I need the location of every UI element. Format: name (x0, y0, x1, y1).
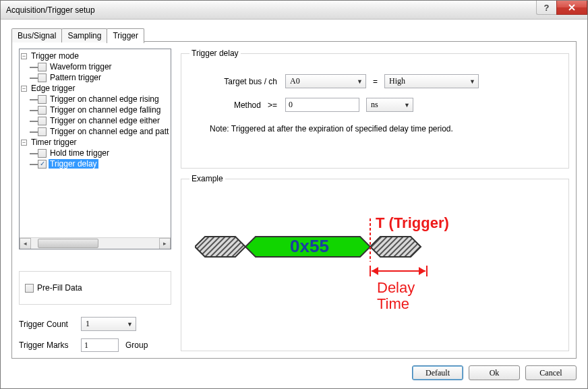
expand-icon[interactable]: − (21, 53, 27, 59)
tree-item-waveform-trigger[interactable]: Waveform trigger (49, 62, 113, 71)
trigger-delay-group: Trigger delay Target bus / ch A0 ▼ = Hig… (181, 49, 569, 169)
left-pane: − Trigger mode Waveform trigger Pattern … (19, 49, 171, 351)
trigger-marks-input[interactable] (81, 338, 119, 352)
checkbox-edge-falling[interactable] (38, 106, 47, 115)
tab-trigger[interactable]: Trigger (107, 28, 144, 43)
target-bus-combo[interactable]: A0 ▼ (285, 74, 366, 88)
prefill-label: Pre-Fill Data (37, 283, 82, 293)
tab-strip: Bus/Signal Sampling Trigger (11, 28, 144, 42)
tree-item-edge-and-pattern[interactable]: Trigger on channel edge and patt (49, 127, 170, 136)
svg-marker-8 (372, 267, 378, 275)
chevron-down-icon: ▼ (357, 78, 363, 85)
target-bus-label: Target bus / ch (210, 77, 277, 86)
scroll-thumb[interactable] (38, 239, 98, 248)
right-pane: Trigger delay Target bus / ch A0 ▼ = Hig… (181, 49, 569, 351)
timing-diagram: 0x55 T (Trigger) Delay Time (195, 213, 546, 328)
tree-item-hold-time-trigger[interactable]: Hold time trigger (49, 148, 111, 158)
diagram-delay-label-1: Delay (377, 279, 415, 296)
trigger-marks-label: Trigger Marks (19, 340, 81, 350)
equals-label: = (373, 77, 378, 86)
tree-item-edge-either[interactable]: Trigger on channel edge either (49, 116, 161, 125)
scroll-right-icon[interactable]: ▸ (159, 238, 171, 249)
window-title: Acquisition/Trigger setup (6, 5, 95, 15)
tree-group-trigger-mode[interactable]: Trigger mode (30, 51, 80, 61)
trigger-count-label: Trigger Count (19, 320, 81, 329)
tree-horizontal-scrollbar[interactable]: ◂ ▸ (20, 237, 171, 249)
tab-sampling[interactable]: Sampling (61, 28, 107, 42)
svg-marker-1 (195, 237, 245, 257)
level-combo[interactable]: High ▼ (384, 74, 479, 88)
cancel-button[interactable]: Cancel (525, 365, 577, 380)
example-group: Example 0x55 (181, 174, 569, 351)
chevron-down-icon: ▼ (404, 102, 410, 109)
diagram-data-value: 0x55 (290, 236, 329, 256)
checkbox-hold-time-trigger[interactable] (38, 149, 47, 158)
tab-panel: − Trigger mode Waveform trigger Pattern … (11, 41, 577, 359)
tree-item-edge-falling[interactable]: Trigger on channel edge falling (49, 105, 162, 115)
checkbox-pattern-trigger[interactable] (38, 73, 47, 82)
close-icon (568, 4, 575, 11)
diagram-trigger-label: T (Trigger) (376, 214, 449, 231)
chevron-down-icon: ▼ (127, 321, 133, 328)
scroll-left-icon[interactable]: ◂ (20, 238, 31, 249)
method-value-input[interactable] (285, 98, 359, 112)
delay-note: Note: Triggered at after the expiration … (210, 124, 560, 133)
tree-item-pattern-trigger[interactable]: Pattern trigger (49, 73, 102, 82)
method-label: Method >= (210, 100, 277, 110)
checkbox-edge-either[interactable] (38, 117, 47, 125)
trigger-count-combo[interactable]: 1 ▼ (81, 317, 136, 331)
checkbox-waveform-trigger[interactable] (38, 63, 47, 71)
method-unit-combo[interactable]: ns ▼ (366, 98, 413, 112)
tree-item-trigger-delay[interactable]: Trigger delay (49, 159, 98, 169)
checkbox-trigger-delay[interactable]: ✓ (38, 160, 47, 169)
svg-marker-3 (370, 237, 421, 257)
trigger-delay-legend: Trigger delay (189, 49, 241, 58)
expand-icon[interactable]: − (21, 86, 27, 92)
example-legend: Example (189, 174, 225, 183)
ok-button[interactable]: Ok (469, 365, 520, 380)
checkbox-edge-and-pattern[interactable] (38, 127, 47, 136)
title-bar: Acquisition/Trigger setup ? (1, 1, 587, 20)
close-button[interactable] (556, 1, 587, 15)
trigger-tree: − Trigger mode Waveform trigger Pattern … (19, 49, 171, 249)
help-button[interactable]: ? (536, 1, 556, 15)
svg-marker-9 (419, 267, 425, 275)
chevron-down-icon: ▼ (469, 78, 475, 85)
dialog-button-bar: Default Ok Cancel (412, 365, 577, 380)
checkbox-prefill-data[interactable] (25, 284, 34, 293)
checkbox-edge-rising[interactable] (38, 95, 47, 104)
tree-group-timer-trigger[interactable]: Timer trigger (30, 138, 78, 147)
trigger-marks-unit: Group (125, 340, 148, 350)
prefill-box: Pre-Fill Data (19, 271, 171, 305)
default-button[interactable]: Default (412, 365, 463, 380)
diagram-delay-label-2: Time (377, 295, 409, 312)
expand-icon[interactable]: − (21, 140, 27, 146)
tab-bus-signal[interactable]: Bus/Signal (11, 28, 62, 42)
tree-item-edge-rising[interactable]: Trigger on channel edge rising (49, 94, 160, 104)
tree-group-edge-trigger[interactable]: Edge trigger (30, 84, 76, 93)
